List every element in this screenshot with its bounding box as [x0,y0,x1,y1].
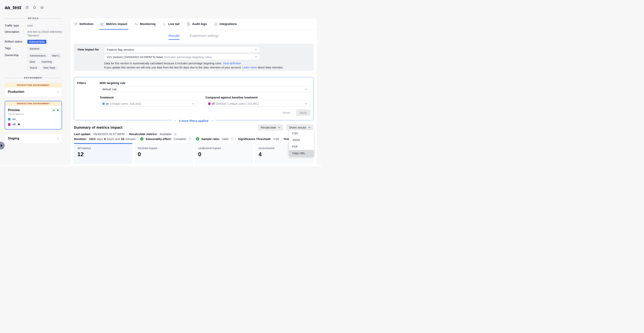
seasonality-label: Seasonality effect: [146,137,172,140]
tab-live-tail[interactable]: Live tail [162,18,180,30]
check-circle-icon [140,137,144,140]
treatment-row-off: off [8,123,59,126]
share-menu-item-json[interactable]: JSON [289,137,314,143]
tab-audit-logs[interactable]: Audit logs [186,18,207,30]
production-environment-banner: PRODUCTION ENVIRONMENT [5,101,62,106]
more-filters-toggle[interactable]: 0 more filters applied [172,119,216,122]
significance-threshold-label: Significance Threshold: [238,137,271,140]
duration-minutes-unit: minutes [125,137,136,140]
line-chart-icon [100,22,104,26]
environment-name: Preview [8,108,20,112]
environment-card-preview[interactable]: PRODUCTION ENVIRONMENT Preview ⇄ TREATME… [5,101,62,130]
learn-more-link[interactable]: Learn more [242,66,257,69]
chevron-down-icon [305,88,308,90]
significance-threshold-value: 0.05 [273,137,279,140]
targeting-rule-select[interactable]: default rule [100,86,310,92]
page-title: aa_test [5,5,21,10]
tag-pill[interactable]: backend [27,46,42,51]
environment-card-staging[interactable]: Staging [5,133,62,144]
impact-scope-select[interactable]: Feature flag versions [104,46,260,53]
metric-card-undesired-impact[interactable]: Undesired impact 0 [195,143,253,164]
apply-button[interactable]: Apply [296,110,310,116]
tags-label: Tags [5,46,26,50]
treatment-off-swatch [8,123,10,126]
owner-pill[interactable]: bilal+1 [50,54,62,58]
tab-integrations[interactable]: Integrations [214,18,237,30]
owner-pill[interactable]: channing [39,60,54,64]
sidebar-expand-handle[interactable] [0,142,5,150]
ownership-label: Ownership [5,54,26,57]
share-menu-item-pdf[interactable]: PDF [289,143,314,150]
targeting-rule-value: default rule [102,88,117,91]
sample-ratio-value: Valid [222,137,228,140]
owners-list: Administrators bilal+1 dave channing Tea… [27,54,62,70]
metric-card-desired-impact[interactable]: Desired impact 0 [134,143,193,164]
puzzle-icon [214,22,218,26]
summary-header: Summary of metrics impact Recalculate Sh… [74,124,314,131]
question-icon[interactable]: ? [188,138,192,140]
environment-divider: ENVIRONMENT [5,76,62,79]
tab-label: Definition [80,22,93,26]
summary-title: Summary of metrics impact [74,125,122,130]
targeting-rule-label: With targeting rule [100,81,310,84]
last-update-value: 05/30/2025 03:57:06PM [93,132,124,136]
metric-cards: All metrics 12 Desired impact 0 Undesire… [74,143,314,164]
metric-card-all-metrics[interactable]: All metrics 12 [74,143,132,164]
chevron-down-icon [192,103,195,104]
tab-label: Monitoring [140,22,156,26]
subtab-results[interactable]: Results [168,34,180,40]
version-help-line2: If you update this version we will only … [104,66,310,69]
star-icon[interactable] [32,6,37,10]
status-row-1: Last update: 05/30/2025 03:57:06PM Recal… [74,132,314,136]
filters-title: Filters [77,81,100,116]
share-menu-item-csv[interactable]: CSV [289,130,314,137]
tab-metrics-impact[interactable]: Metrics impact [100,18,127,30]
tab-monitoring[interactable]: Monitoring [134,18,156,30]
details-list: Traffic type user Description A/A test t… [5,24,62,70]
version-select[interactable]: V21 (Active) (10/03/2022 04:59PM To Now)… [104,54,260,60]
view-definition-link[interactable]: View definition [223,62,241,65]
gear-icon[interactable]: ⚙ [40,6,44,10]
filters-panel: Filters With targeting rule default rule… [74,77,314,120]
recalculate-button[interactable]: Recalculate [258,124,283,131]
sample-ratio-label: Sample ratio: [201,137,220,140]
environment-status-dot-active [57,110,59,111]
treatment-on-swatch [102,102,105,105]
subtab-experiment-settings[interactable]: Experiment settings [190,34,219,40]
share-results-button[interactable]: Share results [286,124,314,131]
question-icon[interactable]: ? [230,138,234,140]
page: aa_test ⚙ DETAILS Traffic type user Desc… [0,0,322,166]
duration-label: Duration: [74,137,87,140]
owner-pill[interactable]: Administrators [27,54,48,58]
tab-label: Metrics impact [106,22,127,26]
version-help-line1: Data for this version is automatically c… [104,62,310,65]
baseline-select[interactable]: off (Default | Unique users: 315,461) [206,100,310,107]
tab-definition[interactable]: Definition [74,18,93,30]
chevron-down-icon [174,120,176,122]
duration-hours-unit: hours and [107,137,120,140]
treatments-heading: TREATMENTS [8,113,59,116]
share-menu-item-copy-url[interactable]: Copy URL [289,150,314,156]
treatment-value: on [106,102,109,105]
chevron-down-icon [211,120,214,122]
rollout-status-badge[interactable]: External Beta [27,40,46,44]
retention-help-text: If you update this version we will only … [104,66,242,69]
tab-label: Audit logs [192,22,207,26]
metric-card-label: Desired impact [138,146,189,150]
environment-card-production[interactable]: PRODUCTION ENVIRONMENT Production [5,83,62,97]
check-circle-icon [196,137,199,140]
owner-pill[interactable]: Team1 [27,66,40,70]
environment-name: Production [8,90,24,94]
treatment-select[interactable]: on (Unique users: 316,341) [100,100,198,107]
target-icon [74,22,78,26]
rollout-status-label: Rollout status [5,40,26,43]
reset-button[interactable]: Reset [283,111,290,114]
owner-pill[interactable]: dave [27,60,38,64]
owner-pill[interactable]: New Team [41,66,58,70]
info-icon[interactable]: i [174,132,177,136]
copy-icon[interactable] [25,6,29,10]
recalculate-metrics-label: Recalculate metrics: [129,132,158,136]
impact-scope-value: Feature flag versions [107,48,134,51]
swap-arrows-icon: ⇄ [52,109,55,112]
metric-card-value: 0 [198,151,250,158]
